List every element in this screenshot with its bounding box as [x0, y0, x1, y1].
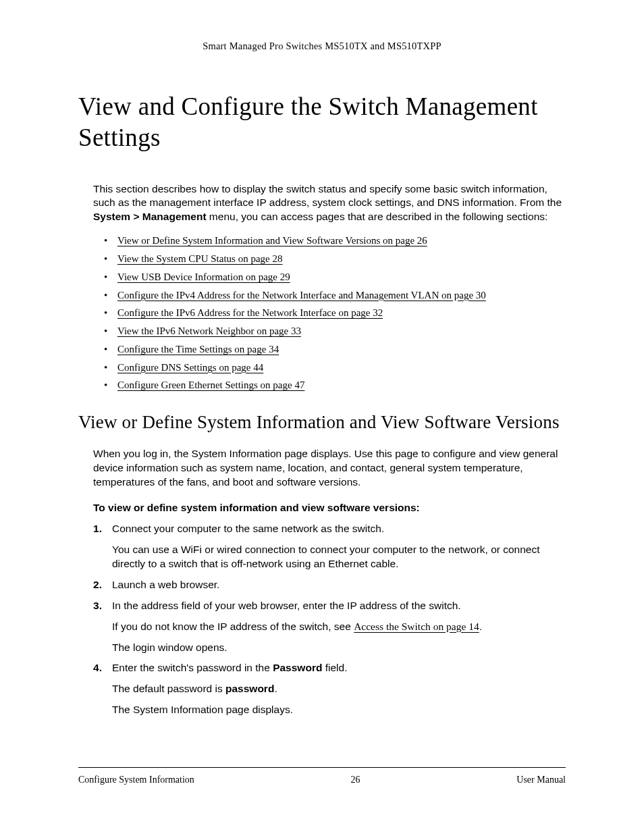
step-text-b: field. — [322, 662, 347, 673]
toc-link[interactable]: Configure the IPv4 Address for the Netwo… — [117, 290, 486, 301]
toc-link[interactable]: View the IPv6 Network Neighbor on page 3… — [117, 325, 301, 336]
step-subtext: If you do not know the IP address of the… — [112, 620, 566, 634]
step-text: In the address field of your web browser… — [112, 600, 461, 611]
step-item: In the address field of your web browser… — [93, 599, 566, 655]
step-subtext-a: If you do not know the IP address of the… — [112, 621, 354, 632]
list-item: View the IPv6 Network Neighbor on page 3… — [104, 324, 566, 338]
step-subtext: You can use a WiFi or wired connection t… — [112, 543, 566, 571]
intro-bold: System > Management — [93, 211, 207, 222]
toc-link[interactable]: Configure the IPv6 Address for the Netwo… — [117, 307, 383, 318]
step-subtext: The System Information page displays. — [112, 703, 566, 717]
intro-paragraph: This section describes how to display th… — [93, 182, 566, 225]
list-item: Configure Green Ethernet Settings on pag… — [104, 378, 566, 392]
toc-link[interactable]: Configure DNS Settings on page 44 — [117, 362, 263, 373]
toc-link[interactable]: View USB Device Information on page 29 — [117, 271, 290, 282]
step-item: Launch a web browser. — [93, 578, 566, 592]
list-item: View USB Device Information on page 29 — [104, 270, 566, 284]
step-subtext-bold: password — [225, 683, 274, 694]
step-subtext-a: The default password is — [112, 683, 225, 694]
list-item: Configure the IPv6 Address for the Netwo… — [104, 306, 566, 319]
toc-link-list: View or Define System Information and Vi… — [104, 234, 566, 392]
section-paragraph: When you log in, the System Information … — [93, 447, 566, 490]
footer-right: User Manual — [516, 775, 566, 785]
page-footer: Configure System Information 26 User Man… — [78, 767, 566, 785]
step-subtext: The default password is password. — [112, 682, 566, 696]
toc-link[interactable]: View or Define System Information and Vi… — [117, 235, 427, 246]
step-bold: Password — [273, 662, 322, 673]
step-text-a: Enter the switch's password in the — [112, 662, 273, 673]
list-item: View or Define System Information and Vi… — [104, 234, 566, 247]
step-subtext-b: . — [274, 683, 277, 694]
running-header: Smart Managed Pro Switches MS510TX and M… — [78, 41, 566, 52]
step-text: Connect your computer to the same networ… — [112, 523, 384, 534]
intro-text-b: menu, you can access pages that are desc… — [207, 211, 548, 222]
page-number: 26 — [351, 775, 360, 785]
step-item: Enter the switch's password in the Passw… — [93, 661, 566, 717]
list-item: Configure the IPv4 Address for the Netwo… — [104, 288, 566, 302]
procedure-title: To view or define system information and… — [93, 502, 566, 514]
toc-link[interactable]: Configure Green Ethernet Settings on pag… — [117, 380, 304, 390]
toc-link[interactable]: Configure the Time Settings on page 34 — [117, 344, 279, 355]
footer-left: Configure System Information — [78, 775, 194, 785]
step-text: Launch a web browser. — [112, 579, 219, 590]
section-heading: View or Define System Information and Vi… — [78, 411, 566, 434]
toc-link[interactable]: View the System CPU Status on page 28 — [117, 253, 283, 264]
step-subtext: The login window opens. — [112, 641, 566, 655]
list-item: View the System CPU Status on page 28 — [104, 252, 566, 265]
step-subtext-b: . — [479, 621, 482, 632]
cross-ref-link[interactable]: Access the Switch on page 14 — [354, 621, 479, 632]
list-item: Configure DNS Settings on page 44 — [104, 361, 566, 374]
list-item: Configure the Time Settings on page 34 — [104, 342, 566, 356]
step-item: Connect your computer to the same networ… — [93, 522, 566, 571]
intro-text-a: This section describes how to display th… — [93, 183, 562, 209]
page-title: View and Configure the Switch Management… — [78, 91, 566, 154]
document-page: Smart Managed Pro Switches MS510TX and M… — [0, 0, 644, 834]
procedure-steps: Connect your computer to the same networ… — [93, 522, 566, 717]
